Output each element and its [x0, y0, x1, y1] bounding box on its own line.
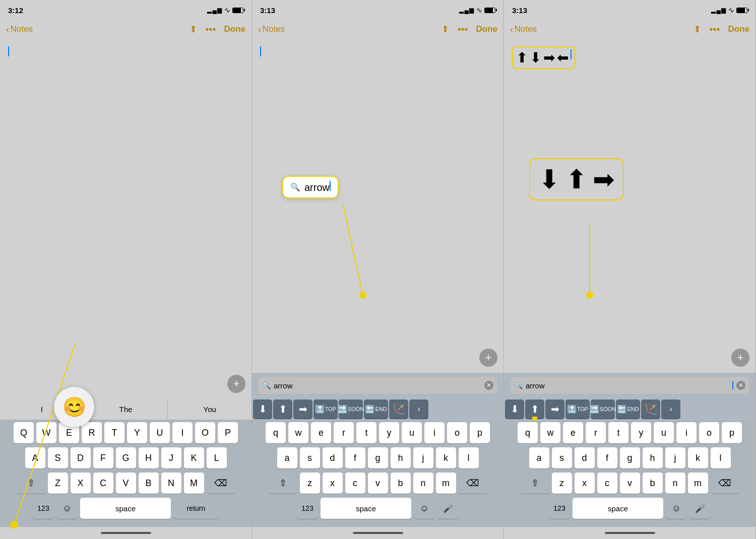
key-z[interactable]: Z: [48, 473, 68, 494]
key-e3[interactable]: e: [563, 422, 583, 443]
emoji-down-3[interactable]: ⬇: [505, 399, 524, 419]
key-b2[interactable]: b: [391, 473, 411, 494]
key-space[interactable]: space: [80, 498, 171, 519]
key-s[interactable]: S: [48, 447, 68, 468]
key-mic3[interactable]: 🎤: [689, 498, 711, 519]
done-button-1[interactable]: Done: [224, 24, 246, 34]
key-d2[interactable]: d: [323, 447, 343, 468]
key-n2[interactable]: n: [413, 473, 433, 494]
key-e2[interactable]: e: [311, 422, 331, 443]
emoji-soon-2[interactable]: 🔜SOON: [339, 399, 363, 419]
emoji-top-2[interactable]: 🔝TOP: [313, 399, 338, 419]
key-num3[interactable]: 123: [549, 498, 570, 519]
key-l2[interactable]: l: [459, 447, 479, 468]
key-m3[interactable]: m: [688, 473, 708, 494]
key-space2[interactable]: space: [321, 498, 411, 519]
key-shift2[interactable]: ⇧: [269, 473, 297, 494]
key-s2[interactable]: s: [300, 447, 320, 468]
emoji-right-3[interactable]: ➡: [545, 399, 564, 419]
key-r[interactable]: R: [82, 422, 102, 443]
key-g[interactable]: G: [116, 447, 136, 468]
add-button-2[interactable]: +: [479, 349, 497, 367]
done-button-3[interactable]: Done: [728, 24, 750, 34]
add-button-3[interactable]: +: [731, 349, 749, 367]
key-x3[interactable]: x: [575, 473, 595, 494]
key-d3[interactable]: d: [575, 447, 595, 468]
key-o2[interactable]: o: [447, 422, 467, 443]
emoji-up-3[interactable]: ⬆: [525, 399, 544, 419]
emoji-search-clear-3[interactable]: ✕: [736, 381, 745, 390]
key-c3[interactable]: c: [597, 473, 617, 494]
more-icon-3[interactable]: •••: [709, 24, 720, 35]
key-s3[interactable]: s: [552, 447, 572, 468]
key-v[interactable]: V: [116, 473, 136, 494]
key-c[interactable]: C: [93, 473, 113, 494]
emoji-search-bar-3[interactable]: 🔍 arrow ✕: [510, 377, 749, 394]
key-shift3[interactable]: ⇧: [521, 473, 549, 494]
key-return[interactable]: return: [173, 498, 219, 519]
share-icon-2[interactable]: ⬆: [442, 24, 449, 35]
autocomplete-you[interactable]: You: [168, 399, 251, 420]
key-q2[interactable]: q: [266, 422, 286, 443]
key-r2[interactable]: r: [334, 422, 354, 443]
key-delete2[interactable]: ⌫: [459, 473, 487, 494]
key-emoji-bottom3[interactable]: ☺: [666, 498, 687, 519]
key-x2[interactable]: x: [323, 473, 343, 494]
key-space3[interactable]: space: [573, 498, 663, 519]
key-j[interactable]: J: [161, 447, 181, 468]
key-q[interactable]: Q: [14, 422, 34, 443]
key-emoji-bottom[interactable]: ☺: [56, 498, 78, 519]
key-u3[interactable]: u: [654, 422, 674, 443]
key-h2[interactable]: h: [391, 447, 411, 468]
more-icon-1[interactable]: •••: [205, 24, 216, 35]
key-t3[interactable]: t: [608, 422, 628, 443]
key-o3[interactable]: o: [699, 422, 719, 443]
key-mic2[interactable]: 🎤: [437, 498, 459, 519]
key-y2[interactable]: y: [379, 422, 399, 443]
more-icon-2[interactable]: •••: [457, 24, 468, 35]
key-i3[interactable]: i: [676, 422, 697, 443]
emoji-more-2[interactable]: ›: [409, 399, 428, 419]
key-h[interactable]: H: [139, 447, 159, 468]
emoji-end-3[interactable]: 🔚END: [616, 399, 640, 419]
key-k[interactable]: K: [184, 447, 204, 468]
key-num[interactable]: 123: [33, 498, 54, 519]
emoji-bow-3[interactable]: 🏹: [641, 399, 660, 419]
key-num2[interactable]: 123: [297, 498, 318, 519]
key-j2[interactable]: j: [413, 447, 433, 468]
key-h3[interactable]: h: [643, 447, 663, 468]
key-p2[interactable]: p: [470, 422, 490, 443]
key-f3[interactable]: f: [597, 447, 617, 468]
key-n[interactable]: N: [161, 473, 181, 494]
key-z2[interactable]: z: [300, 473, 320, 494]
key-p3[interactable]: p: [722, 422, 742, 443]
add-button-1[interactable]: +: [227, 375, 245, 393]
key-e[interactable]: 😊 E: [59, 422, 79, 443]
key-a3[interactable]: a: [529, 447, 549, 468]
share-icon-1[interactable]: ⬆: [190, 24, 197, 35]
key-b[interactable]: B: [139, 473, 159, 494]
key-m2[interactable]: m: [436, 473, 456, 494]
autocomplete-the[interactable]: The: [84, 399, 168, 420]
key-q3[interactable]: q: [518, 422, 538, 443]
key-shift[interactable]: ⇧: [17, 473, 45, 494]
emoji-more-3[interactable]: ›: [661, 399, 680, 419]
key-delete[interactable]: ⌫: [207, 473, 235, 494]
emoji-end-2[interactable]: 🔚END: [364, 399, 388, 419]
key-l3[interactable]: l: [711, 447, 731, 468]
key-u2[interactable]: u: [402, 422, 422, 443]
key-c2[interactable]: c: [345, 473, 365, 494]
emoji-top-3[interactable]: 🔝TOP: [565, 399, 590, 419]
key-i2[interactable]: i: [424, 422, 445, 443]
share-icon-3[interactable]: ⬆: [694, 24, 701, 35]
emoji-down-2[interactable]: ⬇: [253, 399, 272, 419]
key-n3[interactable]: n: [665, 473, 685, 494]
key-j3[interactable]: j: [665, 447, 685, 468]
key-f2[interactable]: f: [345, 447, 365, 468]
key-l[interactable]: L: [207, 447, 227, 468]
key-g2[interactable]: g: [368, 447, 388, 468]
key-o[interactable]: O: [195, 422, 215, 443]
key-x[interactable]: X: [71, 473, 91, 494]
key-p[interactable]: P: [218, 422, 238, 443]
key-z3[interactable]: z: [552, 473, 572, 494]
